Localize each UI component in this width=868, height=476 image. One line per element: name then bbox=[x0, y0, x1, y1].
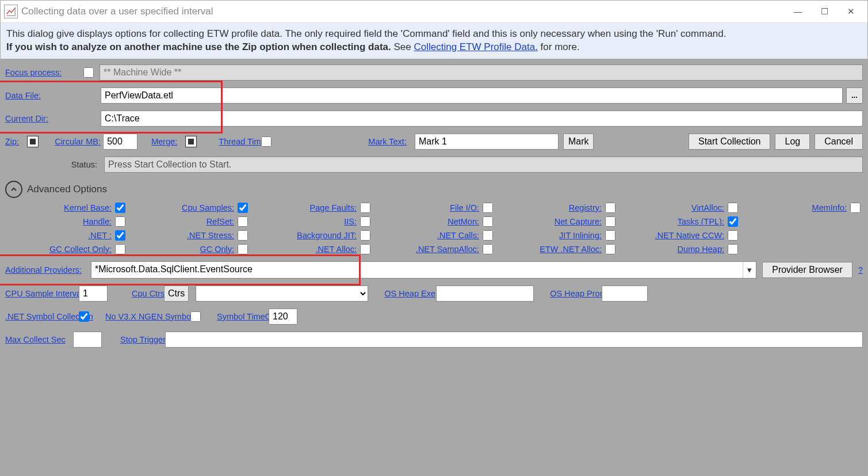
option-checkbox[interactable] bbox=[483, 244, 493, 254]
option-label[interactable]: MemInfo: bbox=[812, 203, 847, 212]
option-checkbox[interactable] bbox=[238, 203, 248, 213]
option-checkbox[interactable] bbox=[728, 203, 738, 213]
cpu-ctrs-label[interactable]: Cpu Ctrs bbox=[132, 289, 154, 298]
os-heap-process-input[interactable] bbox=[602, 285, 648, 302]
option-checkbox[interactable] bbox=[605, 230, 615, 241]
option-checkbox[interactable] bbox=[728, 230, 738, 241]
option-checkbox[interactable] bbox=[483, 230, 493, 241]
focus-process-checkbox[interactable] bbox=[83, 67, 94, 78]
data-file-input[interactable] bbox=[101, 87, 843, 104]
option-checkbox[interactable] bbox=[360, 203, 370, 213]
no-v3x-ngen-label[interactable]: No V3.X NGEN Symbols bbox=[105, 312, 180, 321]
option-label[interactable]: Dump Heap: bbox=[678, 245, 724, 254]
max-collect-sec-label[interactable]: Max Collect Sec bbox=[5, 335, 63, 344]
option-checkbox[interactable] bbox=[115, 230, 125, 241]
circular-mb-input[interactable] bbox=[103, 134, 137, 150]
option-label[interactable]: File I/O: bbox=[450, 203, 479, 212]
option-label[interactable]: Tasks (TPL): bbox=[678, 217, 724, 226]
option-checkbox[interactable] bbox=[360, 216, 370, 227]
zip-label[interactable]: Zip: bbox=[5, 137, 19, 146]
option-label[interactable]: .NET Stress: bbox=[187, 231, 234, 240]
stop-trigger-input[interactable] bbox=[165, 332, 863, 348]
os-heap-exe-input[interactable] bbox=[436, 285, 534, 302]
os-heap-exe-label[interactable]: OS Heap Exe bbox=[384, 289, 426, 298]
thread-time-label[interactable]: Thread Time: bbox=[219, 137, 253, 146]
focus-process-input[interactable] bbox=[100, 64, 863, 81]
mark-text-label[interactable]: Mark Text: bbox=[368, 137, 407, 146]
current-dir-label[interactable]: Current Dir: bbox=[5, 114, 97, 123]
option-checkbox[interactable] bbox=[605, 203, 615, 213]
option-label[interactable]: Background JIT: bbox=[297, 231, 357, 240]
symbol-timeout-input[interactable] bbox=[269, 309, 297, 325]
providers-help-link[interactable]: ? bbox=[858, 265, 863, 275]
option-label[interactable]: IIS: bbox=[344, 217, 357, 226]
cpu-sample-interval-input[interactable] bbox=[79, 285, 108, 302]
cancel-button[interactable]: Cancel bbox=[815, 134, 863, 150]
circular-mb-label[interactable]: Circular MB: bbox=[55, 137, 95, 146]
provider-browser-button[interactable]: Provider Browser bbox=[762, 262, 852, 278]
no-v3x-ngen-checkbox[interactable] bbox=[190, 311, 201, 322]
option-checkbox[interactable] bbox=[605, 216, 615, 227]
thread-time-checkbox[interactable] bbox=[261, 136, 272, 147]
os-heap-process-label[interactable]: OS Heap Process bbox=[550, 289, 591, 298]
maximize-button[interactable]: ☐ bbox=[811, 3, 838, 20]
option-label[interactable]: Handle: bbox=[83, 217, 112, 226]
additional-providers-label[interactable]: Additional Providers: bbox=[5, 265, 82, 275]
option-checkbox[interactable] bbox=[483, 216, 493, 227]
option-label[interactable]: .NET Native CCW: bbox=[655, 231, 724, 240]
start-collection-button[interactable]: Start Collection bbox=[689, 134, 771, 150]
merge-label[interactable]: Merge: bbox=[151, 137, 177, 146]
option-label[interactable]: .NET SampAlloc: bbox=[416, 245, 479, 254]
cpu-ctrs-select[interactable] bbox=[196, 285, 368, 302]
minimize-button[interactable]: — bbox=[785, 3, 811, 20]
additional-providers-input[interactable] bbox=[91, 262, 743, 277]
option-label[interactable]: GC Only: bbox=[200, 245, 234, 254]
option-label[interactable]: Net Capture: bbox=[555, 217, 602, 226]
browse-button[interactable]: ... bbox=[846, 87, 863, 104]
option-checkbox[interactable] bbox=[850, 203, 861, 213]
merge-checkbox[interactable] bbox=[185, 136, 197, 147]
data-file-label[interactable]: Data File: bbox=[5, 91, 97, 100]
log-button[interactable]: Log bbox=[775, 134, 810, 150]
current-dir-input[interactable] bbox=[101, 111, 863, 127]
max-collect-sec-input[interactable] bbox=[73, 332, 102, 348]
option-label[interactable]: NetMon: bbox=[448, 217, 479, 226]
net-symbol-collection-label[interactable]: .NET Symbol Collection bbox=[5, 312, 68, 321]
focus-process-label[interactable]: Focus process: bbox=[5, 68, 80, 77]
collecting-etw-link[interactable]: Collecting ETW Profile Data. bbox=[414, 41, 537, 52]
close-button[interactable]: ✕ bbox=[838, 3, 864, 20]
option-checkbox[interactable] bbox=[115, 244, 125, 254]
option-checkbox[interactable] bbox=[115, 216, 125, 227]
cpu-sample-interval-label[interactable]: CPU Sample Interval Msec bbox=[5, 289, 68, 298]
option-checkbox[interactable] bbox=[238, 244, 248, 254]
option-checkbox[interactable] bbox=[360, 244, 370, 254]
option-checkbox[interactable] bbox=[605, 244, 615, 254]
option-checkbox[interactable] bbox=[115, 203, 125, 213]
option-label[interactable]: JIT Inlining: bbox=[559, 231, 602, 240]
mark-button[interactable]: Mark bbox=[563, 134, 594, 150]
net-symbol-collection-checkbox[interactable] bbox=[79, 311, 89, 322]
option-label[interactable]: Cpu Samples: bbox=[182, 203, 234, 212]
expand-toggle[interactable] bbox=[5, 181, 22, 198]
option-label[interactable]: RefSet: bbox=[207, 217, 234, 226]
zip-checkbox[interactable] bbox=[27, 136, 39, 147]
option-checkbox[interactable] bbox=[238, 230, 248, 241]
option-label[interactable]: Registry: bbox=[569, 203, 602, 212]
option-label[interactable]: .NET Calls: bbox=[437, 231, 479, 240]
providers-dropdown-icon[interactable]: ▾ bbox=[743, 262, 756, 278]
stop-trigger-label[interactable]: Stop Trigger bbox=[120, 335, 155, 344]
option-label[interactable]: ETW .NET Alloc: bbox=[540, 245, 602, 254]
option-checkbox[interactable] bbox=[483, 203, 493, 213]
option-checkbox[interactable] bbox=[360, 230, 370, 241]
cpu-ctrs-button[interactable]: Ctrs bbox=[164, 285, 189, 302]
option-checkbox[interactable] bbox=[238, 216, 248, 227]
option-label[interactable]: .NET Alloc: bbox=[316, 245, 357, 254]
option-label[interactable]: .NET : bbox=[88, 231, 112, 240]
option-checkbox[interactable] bbox=[728, 244, 738, 254]
symbol-timeout-label[interactable]: Symbol TimeOut bbox=[217, 312, 258, 321]
option-label[interactable]: GC Collect Only: bbox=[49, 245, 112, 254]
option-label[interactable]: Kernel Base: bbox=[64, 203, 112, 212]
option-label[interactable]: VirtAlloc: bbox=[691, 203, 724, 212]
mark-text-input[interactable] bbox=[415, 134, 559, 150]
option-checkbox[interactable] bbox=[728, 216, 738, 227]
